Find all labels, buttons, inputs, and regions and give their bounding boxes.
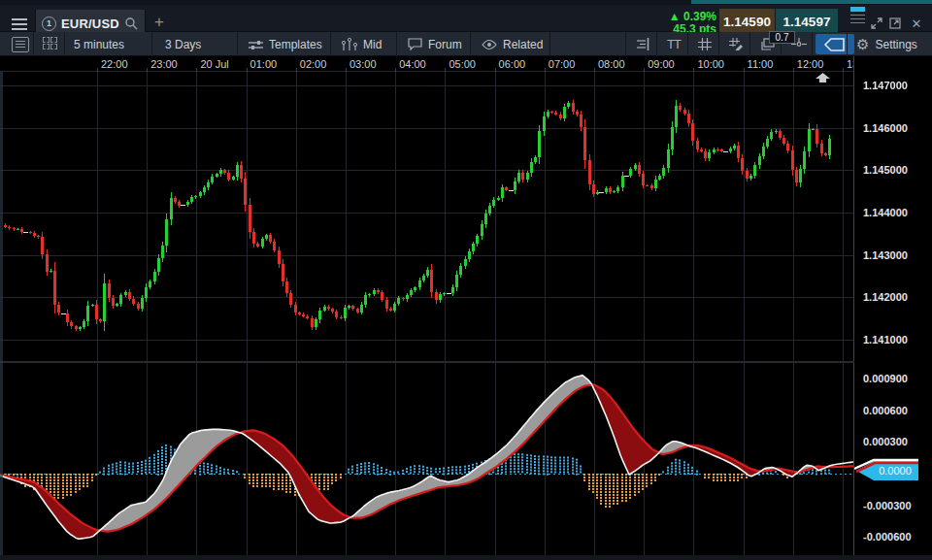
new-tab-button[interactable]: + — [151, 13, 167, 32]
grid-icon — [698, 38, 712, 50]
price-tick-label: 1.141000 — [863, 334, 908, 346]
period-label: 3 Days — [165, 38, 201, 51]
toolbar-separator — [718, 32, 719, 56]
price-tick-label: 1.147000 — [863, 80, 908, 91]
toolbar-separator — [847, 32, 848, 56]
toolbar-separator — [151, 32, 152, 56]
polygon-icon — [823, 37, 847, 52]
time-label: 23:00 — [150, 58, 178, 70]
mid-price-icon — [342, 38, 357, 50]
list-box-icon — [12, 37, 29, 52]
timeframe-label: 5 minutes — [74, 38, 124, 51]
market-watch-button[interactable] — [4, 32, 37, 56]
mid-price-button[interactable]: Mid — [334, 32, 389, 56]
forum-bubble-icon — [408, 38, 422, 50]
price-tick-label: 1.143000 — [863, 249, 908, 261]
time-label: 05:00 — [449, 58, 476, 70]
time-label: 11:00 — [748, 58, 774, 70]
related-button[interactable]: Related — [474, 32, 550, 56]
search-icon[interactable] — [124, 16, 138, 30]
grid-button[interactable] — [690, 32, 719, 56]
scale-align-icon — [635, 38, 650, 50]
depth-list-icon[interactable] — [850, 7, 865, 23]
indicator-tick-label: -0.000300 — [863, 500, 912, 511]
sliders-icon — [249, 39, 263, 50]
grid-pencil-icon — [729, 38, 744, 50]
layout-grid-icon — [43, 37, 59, 51]
indicator-canvas[interactable] — [0, 363, 854, 555]
time-label: 01:00 — [250, 58, 278, 70]
hamburger-icon — [12, 18, 27, 20]
time-label: 22:00 — [101, 58, 128, 70]
time-label: 10:00 — [697, 58, 724, 70]
toolbar-separator — [64, 32, 65, 56]
main-menu-button[interactable] — [8, 16, 33, 32]
time-label: 06:00 — [499, 58, 526, 70]
toolbar-separator — [749, 32, 750, 56]
indicator-tick-label: 0.000600 — [863, 405, 908, 416]
indicator-tick-label: -0.000600 — [863, 531, 912, 543]
time-label: 07:00 — [549, 58, 576, 70]
indicator-tick-label: 0.000900 — [863, 373, 908, 384]
svg-text:0.0000: 0.0000 — [879, 465, 912, 477]
price-tick-label: 1.144000 — [863, 207, 908, 218]
indicator-value-badge: 0.0000 — [854, 458, 922, 483]
time-label: 20 Jul — [200, 58, 228, 70]
time-label: 09:00 — [648, 58, 675, 70]
grid-edit-button[interactable] — [721, 32, 751, 56]
chart-tab-bar: 1 EUR/USD + ▲ 0.39% 45.3 pts 1.14590 1.1… — [0, 5, 932, 32]
toolbar-separator — [330, 32, 331, 56]
change-percent: 0.39% — [683, 10, 716, 23]
mid-label: Mid — [363, 38, 382, 51]
symbol-label: EUR/USD — [61, 16, 119, 31]
time-label: 04:00 — [399, 58, 426, 70]
time-label: 12:00 — [797, 58, 824, 70]
related-eye-icon — [482, 39, 497, 50]
settings-button[interactable]: ⚙ Settings — [849, 32, 925, 56]
trading-platform-window: 1 EUR/USD + ▲ 0.39% 45.3 pts 1.14590 1.1… — [0, 0, 932, 560]
toolbar-separator — [812, 32, 813, 56]
price-tick-label: 1.146000 — [863, 122, 908, 134]
bottom-strip — [0, 555, 932, 560]
toolbar-separator — [470, 32, 471, 56]
window-top-strip-accent — [691, 0, 932, 4]
bid-price-button[interactable]: 1.14590 — [719, 9, 775, 34]
forum-button[interactable]: Forum — [400, 32, 470, 56]
toolbar-separator — [656, 32, 657, 56]
period-button[interactable]: 3 Days — [157, 32, 209, 56]
templates-button[interactable]: Templates — [241, 32, 330, 56]
timeframe-button[interactable]: 5 minutes — [66, 32, 132, 56]
popout-chart-button[interactable] — [888, 16, 902, 30]
chart-number-badge: 1 — [42, 16, 56, 31]
toolbar-separator — [33, 32, 34, 56]
settings-label: Settings — [875, 38, 916, 51]
toolbar-separator — [687, 32, 688, 56]
time-axis[interactable]: 22:0023:0020 Jul01:0002:0003:0004:0005:0… — [0, 56, 854, 72]
related-label: Related — [503, 38, 543, 51]
price-tick-label: 1.142000 — [863, 291, 908, 303]
toolbar-separator — [396, 32, 397, 56]
toolbar-separator — [237, 32, 238, 56]
text-size-button[interactable]: TT — [659, 32, 688, 56]
close-chart-button[interactable]: ✕ — [910, 16, 923, 30]
time-label: 02:00 — [300, 58, 327, 70]
forum-label: Forum — [428, 38, 462, 51]
price-chart-canvas[interactable] — [0, 72, 854, 361]
text-size-icon: TT — [667, 37, 681, 51]
templates-label: Templates — [269, 38, 322, 51]
price-tick-label: 1.145000 — [863, 164, 908, 176]
toolbar-separator — [549, 32, 550, 56]
left-edge-strip — [0, 72, 3, 555]
price-scale-button[interactable] — [627, 32, 658, 56]
spread-value: 0.7 — [769, 31, 795, 44]
gear-icon: ⚙ — [856, 37, 869, 51]
time-label: 03:00 — [350, 58, 377, 70]
time-label: 08:00 — [598, 58, 625, 70]
toolbar-separator — [625, 32, 626, 56]
expand-chart-button[interactable] — [870, 16, 883, 30]
chart-layout-button[interactable] — [35, 32, 67, 56]
indicator-tick-label: 0.000300 — [863, 436, 908, 447]
up-arrow-icon: ▲ — [669, 10, 681, 23]
